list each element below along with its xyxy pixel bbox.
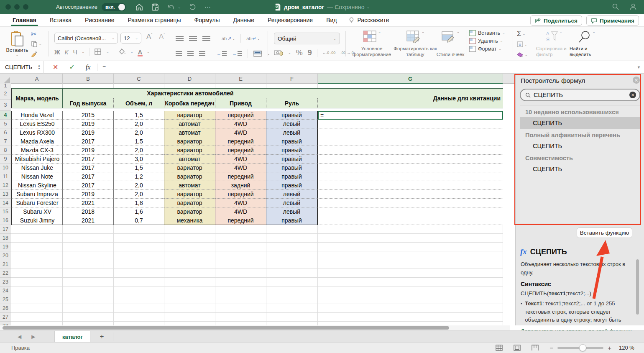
percent-style-button[interactable]: %	[296, 49, 303, 57]
grid-row-28[interactable]: 28	[0, 322, 515, 325]
cell-D4[interactable]: вариатор	[164, 111, 215, 120]
empty-cell[interactable]	[215, 84, 266, 88]
empty-cell[interactable]	[11, 269, 63, 278]
header-3[interactable]: Коробка передач	[164, 98, 215, 108]
empty-cell[interactable]	[114, 243, 164, 251]
empty-cell[interactable]	[164, 84, 215, 88]
cell-E7[interactable]: передний	[215, 137, 266, 146]
tell-me-tab[interactable]: Расскажите	[357, 17, 389, 23]
cell-G14[interactable]	[318, 199, 503, 207]
save-icon[interactable]	[151, 3, 159, 11]
grid-row-12[interactable]: 12Nissan Skyline20172,0автоматзаднийправ…	[0, 181, 515, 190]
empty-cell[interactable]	[318, 295, 503, 304]
cell-B6[interactable]: 2019	[63, 128, 114, 137]
empty-cell[interactable]	[164, 313, 215, 322]
cell-C6[interactable]: 2,0	[114, 128, 164, 137]
grid-row-26[interactable]: 26	[0, 304, 515, 313]
cell-E12[interactable]: задний	[215, 181, 266, 190]
empty-cell[interactable]	[114, 313, 164, 322]
search-icon[interactable]	[611, 3, 620, 11]
empty-cell[interactable]	[11, 278, 63, 286]
close-panel-icon[interactable]: ✕	[633, 77, 640, 84]
cell-C15[interactable]: 1,6	[114, 207, 164, 216]
align-right-icon[interactable]	[199, 51, 205, 56]
cell-B15[interactable]: 2018	[63, 207, 114, 216]
cell-C8[interactable]: 2,0	[114, 146, 164, 155]
row-header-28[interactable]: 28	[0, 322, 11, 325]
cell-D5[interactable]: автомат	[164, 120, 215, 128]
cell-G11[interactable]	[318, 172, 503, 181]
cell-E8[interactable]: передний	[215, 146, 266, 155]
grid-row-18[interactable]: 18	[0, 234, 515, 243]
empty-cell[interactable]	[114, 84, 164, 88]
active-cell-G4[interactable]: =	[318, 111, 503, 120]
empty-cell[interactable]	[11, 234, 63, 243]
empty-cell[interactable]	[164, 322, 215, 325]
decrease-indent-icon[interactable]: ←	[217, 51, 227, 56]
grid-row-8[interactable]: 8Mazda CX-320192,0вариаторпереднийправый	[0, 146, 515, 155]
empty-cell[interactable]	[63, 278, 114, 286]
row-header-23[interactable]: 23	[0, 278, 11, 286]
empty-cell[interactable]	[215, 234, 266, 243]
empty-cell[interactable]	[114, 234, 164, 243]
cell-F15[interactable]: левый	[266, 207, 318, 216]
cell-B11[interactable]: 2017	[63, 172, 114, 181]
grid-row-23[interactable]: 23	[0, 278, 515, 286]
empty-cell[interactable]	[11, 251, 63, 260]
cell-B4[interactable]: 2015	[63, 111, 114, 120]
row-header-17[interactable]: 17	[0, 225, 11, 234]
empty-cell[interactable]	[215, 251, 266, 260]
cell-A15[interactable]: Subaru XV	[11, 207, 63, 216]
empty-cell[interactable]	[215, 225, 266, 234]
clear-search-icon[interactable]: ✕	[629, 92, 636, 98]
grid-row-7[interactable]: 7Mazda Axela20171,5вариаторпереднийправы…	[0, 137, 515, 146]
empty-cell[interactable]	[11, 286, 63, 295]
empty-cell[interactable]	[164, 225, 215, 234]
empty-cell[interactable]	[266, 84, 318, 88]
cell-D9[interactable]: автомат	[164, 155, 215, 164]
cell-C14[interactable]: 1,8	[114, 199, 164, 207]
align-top-icon[interactable]	[176, 36, 184, 41]
empty-cell[interactable]	[11, 84, 63, 88]
column-header-D[interactable]: D	[164, 74, 215, 84]
empty-cell[interactable]	[318, 225, 503, 234]
row-header-1[interactable]: 1	[0, 84, 11, 88]
cell-A7[interactable]: Mazda Axela	[11, 137, 63, 146]
cell-B8[interactable]: 2019	[63, 146, 114, 155]
empty-cell[interactable]	[318, 84, 503, 88]
cell-E13[interactable]: передний	[215, 190, 266, 199]
empty-cell[interactable]	[164, 304, 215, 313]
header-characteristics[interactable]: Характеристики автомобилей	[63, 88, 318, 98]
cell-G12[interactable]	[318, 181, 503, 190]
increase-indent-icon[interactable]: →	[232, 51, 242, 56]
cell-C4[interactable]: 1,5	[114, 111, 164, 120]
row-header-18[interactable]: 18	[0, 234, 11, 243]
function-list-item[interactable]: СЦЕПИТЬ	[520, 163, 640, 175]
font-color-button[interactable]: А	[138, 49, 143, 56]
window-controls[interactable]	[5, 4, 28, 10]
empty-cell[interactable]	[11, 243, 63, 251]
empty-cell[interactable]	[318, 243, 503, 251]
cell-C16[interactable]: 0,7	[114, 216, 164, 225]
currency-icon[interactable]	[274, 50, 283, 56]
grid-row-9[interactable]: 9Mitsubishi Pajero20173,0автомат4WDправы…	[0, 155, 515, 164]
empty-cell[interactable]	[164, 278, 215, 286]
insert-function-button[interactable]: Вставить функцию	[577, 228, 632, 238]
cell-A14[interactable]: Subaru Forester	[11, 199, 63, 207]
cell-D13[interactable]: вариатор	[164, 190, 215, 199]
cell-F10[interactable]: правый	[266, 164, 318, 172]
header-5[interactable]: Руль	[266, 98, 318, 108]
empty-cell[interactable]	[63, 234, 114, 243]
formula-input[interactable]: =	[102, 64, 106, 70]
copy-button[interactable]: ⌄	[31, 40, 42, 48]
cell-D15[interactable]: вариатор	[164, 207, 215, 216]
cell-A9[interactable]: Mitsubishi Pajero	[11, 155, 63, 164]
cell-B5[interactable]: 2019	[63, 120, 114, 128]
grow-font-button[interactable]: Aˆ	[146, 33, 152, 41]
format-as-table-button[interactable]: ⌄ Форматировать как таблицу	[392, 30, 438, 58]
find-select-button[interactable]: ⌄ Найти и выделить	[570, 30, 603, 58]
grid-row-20[interactable]: 20	[0, 251, 515, 260]
function-list-item[interactable]: СЦЕПИТЬ	[520, 140, 640, 152]
column-header-F[interactable]: F	[266, 74, 318, 84]
page-layout-view-icon[interactable]	[514, 345, 521, 351]
